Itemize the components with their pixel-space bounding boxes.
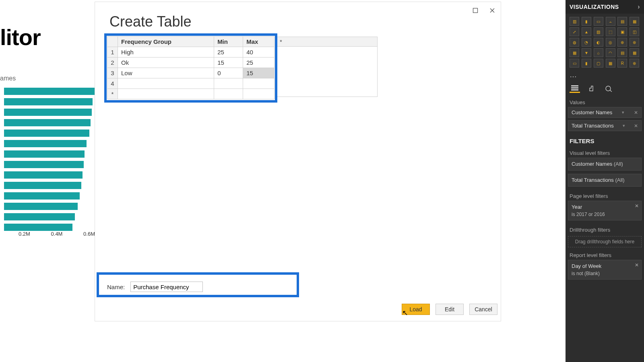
viz-type-icon[interactable]: ▮ bbox=[582, 59, 591, 68]
filter-desc: is 2017 or 2016 bbox=[572, 211, 638, 218]
visual-filter-card[interactable]: Customer Names (All) bbox=[568, 158, 642, 171]
viz-type-icon[interactable]: ⤢ bbox=[570, 27, 579, 36]
viz-type-icon[interactable]: ⊛ bbox=[630, 38, 639, 47]
remove-icon[interactable]: ✕ bbox=[634, 110, 638, 115]
data-entry-table[interactable]: Frequency GroupMinMax1High25402Ok15253Lo… bbox=[107, 36, 275, 99]
report-filters-label: Report level filters bbox=[566, 249, 644, 260]
bar bbox=[4, 224, 72, 231]
visual-filter-card[interactable]: Total Transactions (All) bbox=[568, 174, 642, 187]
viz-type-icon[interactable]: ⬚ bbox=[606, 27, 615, 36]
tick: 0.2M bbox=[19, 231, 30, 237]
cell[interactable]: 15 bbox=[243, 68, 275, 78]
value-well-name: Total Transactions bbox=[572, 123, 614, 129]
cell[interactable]: 25 bbox=[214, 47, 243, 58]
name-row: Name: bbox=[107, 282, 203, 292]
visual-filters-label: Visual level filters bbox=[566, 147, 644, 158]
column-header[interactable]: Min bbox=[214, 37, 243, 47]
viz-type-icon[interactable]: ▧ bbox=[594, 27, 603, 36]
chevron-down-icon[interactable]: ▾ bbox=[623, 123, 625, 128]
cell[interactable] bbox=[243, 78, 275, 89]
viz-type-icon[interactable]: ◎ bbox=[606, 38, 615, 47]
viz-type-icon[interactable]: ◐ bbox=[594, 38, 603, 47]
remove-icon[interactable]: ✕ bbox=[634, 123, 638, 129]
cell[interactable] bbox=[243, 89, 275, 99]
cell[interactable]: 0 bbox=[214, 68, 243, 78]
create-table-dialog: Create Table * Frequency GroupMinMax1Hig… bbox=[95, 2, 501, 321]
cell[interactable]: 25 bbox=[243, 58, 275, 68]
close-icon[interactable] bbox=[487, 6, 497, 15]
drillthrough-dropzone[interactable]: Drag drillthrough fields here bbox=[568, 236, 642, 247]
viz-type-icon[interactable]: ◍ bbox=[570, 38, 579, 47]
name-label: Name: bbox=[107, 284, 125, 290]
new-row-marker[interactable]: * bbox=[107, 89, 118, 99]
pane-header[interactable]: VISUALIZATIONS › bbox=[566, 0, 644, 14]
viz-type-icon[interactable]: ⊕ bbox=[617, 38, 627, 47]
viz-type-icon[interactable]: ▦ bbox=[630, 17, 639, 26]
viz-type-icon[interactable]: R bbox=[617, 59, 627, 68]
edit-button[interactable]: Edit bbox=[436, 304, 464, 315]
viz-type-icon[interactable]: ▭ bbox=[570, 59, 579, 68]
table-name-input[interactable] bbox=[130, 282, 203, 292]
viz-type-icon[interactable]: ◠ bbox=[606, 48, 615, 57]
column-header[interactable]: Frequency Group bbox=[118, 37, 214, 47]
viz-type-icon[interactable]: ▭ bbox=[594, 17, 603, 26]
viz-type-icon[interactable]: ▦ bbox=[570, 48, 579, 57]
remove-filter-icon[interactable]: ✕ bbox=[635, 262, 639, 269]
page-filter-card[interactable]: ✕ Year is 2017 or 2016 bbox=[568, 201, 642, 220]
viz-type-icon[interactable]: ⌂ bbox=[594, 48, 603, 57]
viz-type-icon[interactable]: ▼ bbox=[582, 48, 591, 57]
bar-chart[interactable] bbox=[4, 88, 95, 234]
svg-rect-5 bbox=[571, 89, 578, 90]
pane-title: VISUALIZATIONS bbox=[570, 4, 619, 10]
drillthrough-label: Drillthrough filters bbox=[566, 224, 644, 234]
bar bbox=[4, 130, 89, 137]
cell[interactable]: Ok bbox=[118, 58, 214, 68]
analytics-tab-icon[interactable] bbox=[603, 84, 614, 93]
viz-type-icon[interactable]: ▦ bbox=[606, 59, 615, 68]
cell[interactable]: 40 bbox=[243, 47, 275, 58]
cell[interactable] bbox=[214, 89, 243, 99]
cell[interactable] bbox=[214, 78, 243, 89]
cell[interactable] bbox=[118, 78, 214, 89]
svg-rect-4 bbox=[571, 87, 578, 88]
viz-type-icon[interactable]: ▦ bbox=[630, 48, 639, 57]
report-filter-card[interactable]: ✕ Day of Week is not (Blank) bbox=[568, 260, 642, 280]
more-visuals-icon[interactable]: … bbox=[566, 71, 644, 82]
cell[interactable]: 15 bbox=[214, 58, 243, 68]
value-well[interactable]: Total Transactions ▾ ✕ bbox=[568, 120, 642, 131]
maximize-icon[interactable] bbox=[470, 6, 481, 15]
filter-desc: is not (Blank) bbox=[572, 270, 638, 277]
dialog-buttons: Load Edit Cancel bbox=[402, 304, 497, 315]
new-column-area[interactable]: * bbox=[277, 37, 378, 97]
load-button[interactable]: Load bbox=[402, 304, 430, 315]
fields-tab-icon[interactable] bbox=[570, 84, 580, 93]
format-tab-icon[interactable] bbox=[586, 84, 597, 93]
viz-type-icon[interactable]: ▢ bbox=[594, 59, 603, 68]
cancel-button[interactable]: Cancel bbox=[469, 304, 497, 315]
viz-type-icon[interactable]: ▥ bbox=[570, 17, 579, 26]
tick: 0.4M bbox=[51, 231, 63, 237]
viz-type-icon[interactable]: ▣ bbox=[617, 27, 627, 36]
cell[interactable] bbox=[118, 89, 214, 99]
viz-type-icon[interactable]: ◫ bbox=[630, 27, 639, 36]
viz-type-icon[interactable]: ▮ bbox=[582, 17, 591, 26]
row-number: 1 bbox=[107, 47, 118, 58]
bar bbox=[4, 98, 93, 105]
x-axis-ticks: 0.2M 0.4M 0.6M bbox=[19, 231, 95, 237]
viz-type-icon[interactable]: ▲ bbox=[582, 27, 591, 36]
column-header[interactable]: Max bbox=[243, 37, 275, 47]
cell[interactable]: Low bbox=[118, 68, 214, 78]
viz-type-icon[interactable]: ▤ bbox=[617, 48, 627, 57]
viz-type-icon[interactable]: ⊕ bbox=[630, 59, 639, 68]
page-filters-label: Page level filters bbox=[566, 190, 644, 201]
chevron-right-icon[interactable]: › bbox=[638, 3, 640, 10]
viz-type-icon[interactable]: ▤ bbox=[617, 17, 627, 26]
value-well[interactable]: Customer Names ▾ ✕ bbox=[568, 107, 642, 118]
remove-filter-icon[interactable]: ✕ bbox=[635, 203, 639, 210]
chevron-down-icon[interactable]: ▾ bbox=[622, 110, 624, 115]
viz-type-icon[interactable]: ◔ bbox=[582, 38, 591, 47]
svg-line-7 bbox=[610, 90, 612, 92]
viz-type-icon[interactable]: ⫠ bbox=[606, 17, 615, 26]
cell[interactable]: High bbox=[118, 47, 214, 58]
filter-scope: (All) bbox=[615, 177, 624, 183]
